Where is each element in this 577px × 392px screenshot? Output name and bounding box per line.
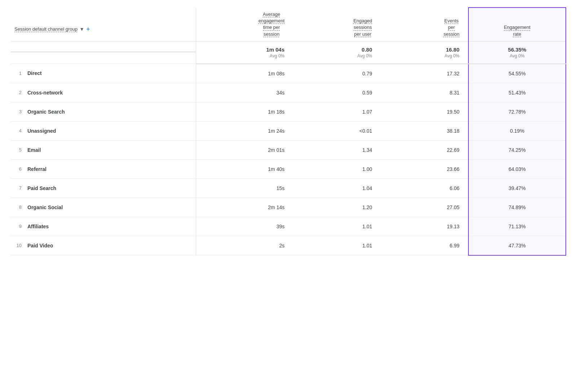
- events-per-session-cell: 22.69: [381, 140, 468, 159]
- channel-cell: 7Paid Search: [11, 179, 196, 198]
- filter-icon[interactable]: ▾: [80, 25, 83, 33]
- channel-cell: 8Organic Social: [11, 198, 196, 217]
- channel-name[interactable]: Paid Search: [27, 185, 56, 191]
- analytics-table-container: Session default channel group ▾ + Averag…: [0, 0, 577, 392]
- channel-name[interactable]: Paid Video: [27, 243, 53, 248]
- channel-cell: 2Cross-network: [11, 83, 196, 102]
- channel-cell: 3Organic Search: [11, 102, 196, 121]
- row-number: 5: [14, 147, 22, 153]
- events-per-session-cell: 8.31: [381, 83, 468, 102]
- channel-cell: 5Email: [11, 141, 196, 159]
- engaged-sessions-cell: 1.00: [293, 159, 381, 179]
- engagement-rate-cell: 74.89%: [468, 198, 566, 217]
- channel-name[interactable]: Cross-network: [27, 90, 63, 96]
- avg-engagement-cell: 15s: [196, 179, 293, 198]
- table-header-row: Session default channel group ▾ + Averag…: [11, 8, 566, 41]
- engaged-sessions-cell: 1.20: [293, 198, 381, 217]
- avg-engagement-cell: 1m 08s: [196, 64, 293, 83]
- row-number: 8: [14, 204, 22, 210]
- summary-channel-cell: [11, 41, 196, 52]
- events-per-session-cell: 27.05: [381, 198, 468, 217]
- engagement-rate-cell: 64.03%: [468, 159, 566, 179]
- table-row: 8Organic Social2m 14s1.2027.0574.89%: [11, 198, 566, 217]
- avg-engagement-cell: 2m 14s: [196, 198, 293, 217]
- row-number: 1: [14, 71, 22, 76]
- engaged-sessions-cell: 0.59: [293, 83, 381, 102]
- engagement-rate-cell: 39.47%: [468, 179, 566, 198]
- channel-cell: 10Paid Video: [11, 236, 196, 255]
- events-per-session-cell: 19.50: [381, 102, 468, 121]
- engaged-sessions-cell: 1.01: [293, 236, 381, 255]
- events-per-session-cell: 19.13: [381, 217, 468, 236]
- channel-cell: 4Unassigned: [11, 122, 196, 140]
- add-column-icon[interactable]: +: [86, 25, 90, 34]
- table-row: 10Paid Video2s1.016.9947.73%: [11, 236, 566, 255]
- avg-engagement-header: Averageengagementtime persession: [196, 8, 293, 41]
- events-per-session-cell: 6.99: [381, 236, 468, 255]
- avg-engagement-cell: 2s: [196, 236, 293, 255]
- channel-cell: 1Direct: [11, 64, 196, 83]
- channel-name[interactable]: Referral: [27, 166, 47, 172]
- table-row: 6Referral1m 40s1.0023.6664.03%: [11, 159, 566, 179]
- analytics-table: Session default channel group ▾ + Averag…: [11, 7, 566, 256]
- table-row: 9Affiliates39s1.0119.1371.13%: [11, 217, 566, 236]
- engagement-rate-cell: 47.73%: [468, 236, 566, 255]
- row-number: 10: [14, 243, 22, 248]
- table-row: 4Unassigned1m 24s<0.0138.180.19%: [11, 121, 566, 140]
- row-number: 2: [14, 90, 22, 95]
- row-number: 6: [14, 166, 22, 172]
- engaged-sessions-cell: 1.04: [293, 179, 381, 198]
- table-row: 7Paid Search15s1.046.0639.47%: [11, 179, 566, 198]
- engaged-sessions-cell: 1.34: [293, 140, 381, 159]
- channel-name[interactable]: Affiliates: [27, 224, 49, 229]
- channel-name[interactable]: Email: [27, 147, 41, 153]
- engaged-sessions-cell: 1.01: [293, 217, 381, 236]
- engagement-rate-cell: 54.55%: [468, 64, 566, 83]
- avg-engagement-cell: 1m 24s: [196, 121, 293, 140]
- engagement-rate-label: Engagementrate: [504, 24, 530, 37]
- engaged-sessions-label: Engagedsessionsper user: [353, 18, 372, 38]
- channel-cell: 9Affiliates: [11, 217, 196, 236]
- avg-engagement-cell: 1m 18s: [196, 102, 293, 121]
- channel-name[interactable]: Unassigned: [27, 128, 56, 134]
- engagement-rate-cell: 0.19%: [468, 121, 566, 140]
- avg-engagement-label: Averageengagementtime persession: [259, 11, 285, 38]
- table-row: 2Cross-network34s0.598.3151.43%: [11, 83, 566, 102]
- engagement-rate-cell: 72.78%: [468, 102, 566, 121]
- row-number: 3: [14, 109, 22, 114]
- summary-row: 1m 04s Avg 0% 0.80 Avg 0% 16.80 Avg 0% 5…: [11, 41, 566, 64]
- avg-engagement-cell: 39s: [196, 217, 293, 236]
- channel-cell: 6Referral: [11, 160, 196, 179]
- engaged-sessions-cell: <0.01: [293, 121, 381, 140]
- engagement-rate-cell: 71.13%: [468, 217, 566, 236]
- table-row: 5Email2m 01s1.3422.6974.25%: [11, 140, 566, 159]
- engagement-rate-header: Engagementrate: [468, 8, 566, 41]
- events-per-session-label: Eventspersession: [444, 18, 459, 38]
- avg-engagement-cell: 34s: [196, 83, 293, 102]
- row-number: 7: [14, 185, 22, 191]
- channel-name[interactable]: Organic Search: [27, 109, 65, 115]
- table-row: 3Organic Search1m 18s1.0719.5072.78%: [11, 102, 566, 121]
- table-row: 1Direct1m 08s0.7917.3254.55%: [11, 64, 566, 83]
- summary-events-per-session: 16.80 Avg 0%: [381, 41, 468, 64]
- avg-engagement-cell: 2m 01s: [196, 140, 293, 159]
- events-per-session-cell: 17.32: [381, 64, 468, 83]
- channel-column-header: Session default channel group ▾ +: [11, 8, 196, 41]
- row-number: 4: [14, 128, 22, 133]
- engagement-rate-cell: 51.43%: [468, 83, 566, 102]
- events-per-session-cell: 23.66: [381, 159, 468, 179]
- engagement-rate-cell: 74.25%: [468, 140, 566, 159]
- row-number: 9: [14, 224, 22, 229]
- summary-engagement-rate: 56.35% Avg 0%: [468, 41, 566, 64]
- engaged-sessions-header: Engagedsessionsper user: [293, 8, 381, 41]
- events-per-session-cell: 38.18: [381, 121, 468, 140]
- summary-engaged-sessions: 0.80 Avg 0%: [293, 41, 381, 64]
- avg-engagement-cell: 1m 40s: [196, 159, 293, 179]
- channel-name[interactable]: Organic Social: [27, 204, 63, 210]
- events-per-session-cell: 6.06: [381, 179, 468, 198]
- events-per-session-header: Eventspersession: [381, 8, 468, 41]
- summary-avg-engagement: 1m 04s Avg 0%: [196, 41, 293, 64]
- channel-name[interactable]: Direct: [27, 70, 42, 76]
- engaged-sessions-cell: 1.07: [293, 102, 381, 121]
- channel-header-label: Session default channel group: [14, 26, 78, 32]
